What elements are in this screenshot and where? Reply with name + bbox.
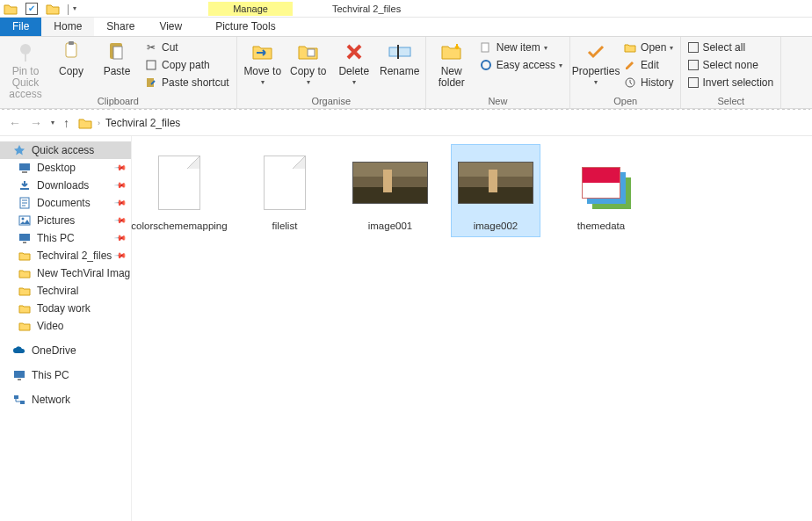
pin-to-quick-access-button[interactable]: Pin to Quick access [5,40,46,101]
tab-home[interactable]: Home [41,18,94,36]
select-all-button[interactable]: Select all [686,40,775,55]
forward-button[interactable]: → [30,116,42,130]
file-item[interactable]: filelist [241,145,329,236]
document-icon [158,156,200,210]
main-area: Quick access Desktop📌Downloads📌Documents… [0,136,812,521]
copy-to-button[interactable]: Copy to▾ [288,40,329,87]
tab-view[interactable]: View [147,18,194,36]
cut-icon: ✂ [144,40,158,54]
tab-share[interactable]: Share [94,18,147,36]
chevron-down-icon: ▾ [559,62,562,69]
cut-button[interactable]: ✂Cut [142,40,231,55]
copy-path-button[interactable]: Copy path [142,57,231,73]
paste-shortcut-button[interactable]: Paste shortcut [142,75,231,90]
new-folder-button[interactable]: New folder [431,40,472,89]
sidebar-label: OneDrive [32,344,76,357]
open-label: Open [641,41,666,54]
easy-access-button[interactable]: Easy access ▾ [477,57,564,73]
navigation-pane: Quick access Desktop📌Downloads📌Documents… [0,136,132,521]
desktop-icon [18,161,32,175]
cut-label: Cut [162,41,178,54]
recent-locations-button[interactable]: ▾ [51,119,54,127]
context-tab-manage[interactable]: Manage [208,2,293,16]
paste-button[interactable]: Paste [97,40,137,77]
sidebar-network[interactable]: Network [0,391,131,409]
app-folder-icon [3,1,18,17]
star-icon [12,143,26,157]
pin-icon [13,40,38,64]
sidebar-item-label: Pictures [37,214,75,227]
open-button[interactable]: Open ▾ [621,40,675,55]
chevron-down-icon: ▾ [352,79,356,87]
select-none-button[interactable]: Select none [686,57,775,73]
sidebar-quick-access[interactable]: Quick access [0,141,131,159]
file-item[interactable]: themedata [557,145,645,236]
folder-icon [78,117,92,129]
new-item-button[interactable]: New item ▾ [477,40,564,55]
sidebar-item[interactable]: This PC📌 [0,229,131,247]
sidebar-item[interactable]: New TechViral Imag [0,264,131,282]
svg-rect-20 [19,234,30,241]
sidebar-item[interactable]: Techviral [0,282,131,300]
pin-icon: 📌 [114,179,127,192]
sidebar-item[interactable]: Today work [0,300,131,317]
svg-rect-24 [14,395,18,399]
up-button[interactable]: ↑ [63,116,69,130]
history-button[interactable]: History [621,75,675,90]
easy-access-icon [479,58,493,72]
sidebar-item[interactable]: Downloads📌 [0,177,131,194]
invert-selection-button[interactable]: Invert selection [686,75,775,90]
tab-picture-tools[interactable]: Picture Tools [203,18,287,36]
svg-rect-9 [389,47,410,56]
sidebar-item-label: Downloads [37,179,89,192]
file-item[interactable]: image001 [346,145,434,236]
sidebar-item-label: Techviral 2_files [37,250,112,262]
sidebar-item-label: Documents [37,197,91,209]
group-clipboard-label: Clipboard [98,94,139,108]
breadcrumb-folder[interactable]: Techviral 2_files [105,117,180,129]
back-button[interactable]: ← [9,116,21,130]
file-pane[interactable]: colorschememappingfilelistimage001image0… [132,136,812,521]
group-new: New folder New item ▾ Easy access ▾ New [426,37,570,108]
delete-label: Delete [338,66,369,77]
group-organise-label: Organise [311,94,351,108]
new-folder-icon [439,40,464,64]
sidebar-item-label: Desktop [37,162,76,174]
svg-point-19 [22,218,25,221]
paste-icon [105,40,129,64]
checkbox-icon [688,77,699,88]
properties-button[interactable]: Properties▾ [576,40,616,87]
edit-label: Edit [641,59,659,71]
qat-customize-icon[interactable]: ▾ [73,4,76,12]
sidebar-item-label: Today work [37,302,91,315]
delete-button[interactable]: Delete▾ [334,40,374,87]
properties-label: Properties [572,66,620,77]
chevron-down-icon: ▾ [670,44,673,52]
tab-file[interactable]: File [0,18,41,36]
sidebar-item[interactable]: Video [0,317,131,335]
sidebar-item[interactable]: Pictures📌 [0,212,131,229]
file-name: colorschememapping [131,221,227,233]
sidebar-item[interactable]: Techviral 2_files📌 [0,247,131,264]
sidebar-onedrive[interactable]: OneDrive [0,342,131,359]
file-item[interactable]: colorschememapping [135,145,223,236]
file-item[interactable]: image002 [452,145,540,236]
rename-button[interactable]: Rename [380,40,420,77]
edit-button[interactable]: Edit [621,57,675,73]
copy-label: Copy [59,66,83,77]
qat-properties-icon[interactable]: ✔ [24,1,40,17]
breadcrumb[interactable]: › Techviral 2_files [78,117,180,129]
rename-icon [388,40,412,64]
svg-rect-1 [25,53,26,62]
svg-rect-14 [19,163,30,170]
copy-button[interactable]: Copy [51,40,91,77]
qat-newfolder-icon[interactable] [45,1,61,17]
sidebar-item-label: Video [37,320,63,332]
sidebar-this-pc[interactable]: This PC [0,366,131,384]
thumbnail [247,148,323,217]
sidebar-item[interactable]: Desktop📌 [0,159,131,177]
quick-access-toolbar: ✔ | ▾ Manage Techviral 2_files [0,0,812,18]
move-to-button[interactable]: Move to▾ [243,40,283,87]
sidebar-item[interactable]: Documents📌 [0,194,131,212]
folder-icon [18,319,32,333]
